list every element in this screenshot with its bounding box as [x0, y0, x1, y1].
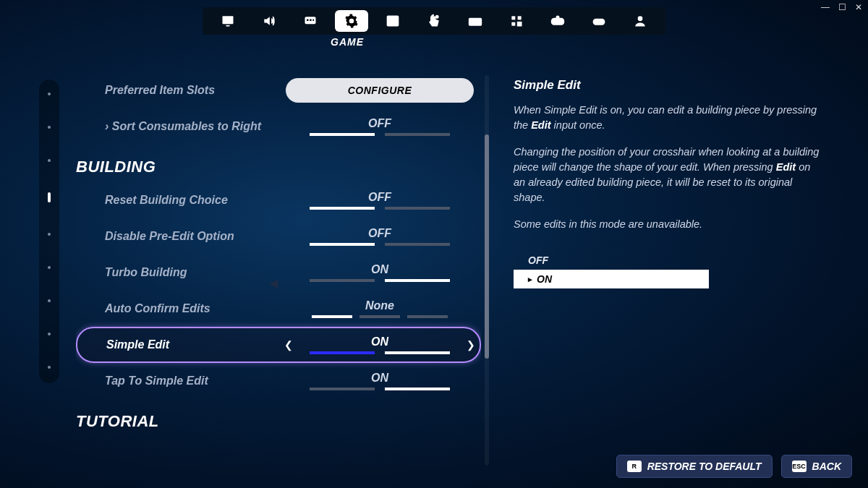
setting-label: Preferred Item Slots: [105, 84, 278, 97]
description-title: Simple Edit: [514, 78, 825, 93]
window-controls: — ☐ ✕: [821, 2, 862, 12]
svg-point-21: [556, 16, 558, 18]
svg-rect-1: [226, 25, 229, 27]
setting-value: OFF: [368, 117, 391, 130]
svg-rect-19: [511, 22, 515, 26]
svg-rect-5: [312, 20, 314, 22]
nav-dot[interactable]: [48, 299, 51, 302]
setting-disable-pre-edit[interactable]: Disable Pre-Edit Option OFF: [76, 218, 481, 254]
svg-rect-0: [222, 16, 233, 24]
scrollbar-thumb[interactable]: [485, 134, 489, 359]
setting-value: ON: [371, 335, 388, 348]
settings-tab-bar: [203, 7, 665, 35]
setting-label: Auto Confirm Edits: [105, 302, 278, 315]
maximize-button[interactable]: ☐: [838, 2, 846, 12]
nav-dot-active[interactable]: [48, 192, 51, 202]
section-header-building: BUILDING: [76, 158, 481, 176]
setting-preferred-item-slots[interactable]: Preferred Item Slots CONFIGURE: [76, 72, 481, 108]
svg-rect-16: [472, 23, 478, 25]
tab-chat[interactable]: [294, 10, 327, 32]
option-off[interactable]: OFF: [514, 251, 709, 270]
key-hint: ESC: [792, 461, 807, 472]
tab-keyboard[interactable]: [459, 10, 492, 32]
tab-controller[interactable]: [582, 10, 616, 32]
setting-label: Turbo Building: [105, 266, 278, 279]
tab-accessibility[interactable]: [500, 10, 533, 32]
setting-reset-building-choice[interactable]: Reset Building Choice OFF: [76, 182, 481, 218]
svg-rect-3: [307, 20, 309, 22]
button-label: BACK: [812, 461, 841, 472]
description-paragraph: When Simple Edit is on, you can edit a b…: [514, 103, 825, 133]
arrow-left-icon[interactable]: ❮: [284, 339, 293, 351]
tab-game[interactable]: [335, 10, 368, 32]
setting-label: Simple Edit: [106, 338, 280, 351]
description-paragraph: Changing the position of your crosshair …: [514, 145, 825, 205]
key-hint: R: [627, 461, 642, 472]
setting-label: Reset Building Choice: [105, 194, 278, 207]
svg-rect-8: [389, 20, 396, 22]
description-panel: Simple Edit When Simple Edit is on, you …: [514, 78, 825, 288]
section-header-tutorial: TUTORIAL: [76, 412, 481, 431]
nav-dot[interactable]: [48, 366, 51, 369]
setting-simple-edit[interactable]: Simple Edit ❮ ON ❯: [76, 327, 481, 363]
option-list: OFF ON: [514, 251, 709, 288]
tab-controller-sens[interactable]: [541, 10, 574, 32]
setting-label: Disable Pre-Edit Option: [105, 230, 278, 243]
setting-tap-to-simple-edit[interactable]: Tap To Simple Edit ON: [76, 363, 481, 399]
tab-video[interactable]: [211, 10, 244, 32]
svg-rect-15: [478, 20, 480, 22]
svg-rect-20: [518, 22, 522, 26]
setting-label: Tap To Simple Edit: [105, 374, 278, 388]
nav-dot[interactable]: [48, 233, 51, 236]
svg-rect-13: [474, 20, 475, 22]
arrow-right-icon[interactable]: ❯: [467, 339, 475, 351]
svg-rect-9: [389, 23, 396, 25]
setting-turbo-building[interactable]: Turbo Building ON: [76, 254, 481, 291]
svg-rect-14: [476, 20, 477, 22]
setting-label: › Sort Consumables to Right: [105, 120, 278, 133]
restore-default-button[interactable]: R RESTORE TO DEFAULT: [616, 455, 773, 478]
setting-sort-consumables[interactable]: › Sort Consumables to Right OFF: [76, 108, 481, 145]
setting-value: OFF: [368, 227, 391, 240]
svg-point-10: [435, 16, 438, 18]
description-paragraph: Some edits in this mode are unavailable.: [514, 217, 825, 232]
setting-value: ON: [371, 372, 388, 385]
nav-dot[interactable]: [48, 333, 51, 335]
button-label: RESTORE TO DEFAULT: [647, 461, 762, 472]
setting-value: OFF: [368, 191, 391, 204]
settings-list: Preferred Item Slots CONFIGURE › Sort Co…: [76, 72, 481, 466]
back-button[interactable]: ESC BACK: [781, 455, 852, 478]
nav-dot[interactable]: [48, 159, 51, 162]
tab-account[interactable]: [624, 10, 657, 32]
setting-value: ON: [371, 263, 388, 276]
footer-buttons: R RESTORE TO DEFAULT ESC BACK: [616, 455, 852, 478]
minimize-button[interactable]: —: [821, 2, 830, 12]
tab-touch[interactable]: [417, 10, 451, 32]
svg-rect-17: [511, 16, 515, 20]
setting-auto-confirm-edits[interactable]: Auto Confirm Edits None: [76, 291, 481, 327]
nav-dot[interactable]: [48, 266, 51, 269]
svg-rect-7: [389, 18, 393, 20]
nav-dot[interactable]: [48, 126, 51, 129]
section-dot-nav[interactable]: [39, 80, 59, 383]
settings-scrollbar[interactable]: [485, 75, 489, 466]
svg-rect-18: [518, 16, 522, 20]
option-on[interactable]: ON: [514, 270, 709, 288]
svg-rect-4: [310, 20, 312, 22]
setting-value: None: [365, 299, 394, 312]
svg-rect-11: [469, 19, 482, 25]
active-tab-label: GAME: [203, 36, 665, 48]
svg-rect-12: [471, 20, 472, 22]
svg-point-22: [638, 16, 643, 21]
configure-button[interactable]: CONFIGURE: [286, 78, 474, 103]
tab-hud[interactable]: [376, 10, 409, 32]
tab-audio[interactable]: [252, 10, 286, 32]
nav-dot[interactable]: [48, 93, 51, 95]
close-button[interactable]: ✕: [855, 2, 862, 12]
